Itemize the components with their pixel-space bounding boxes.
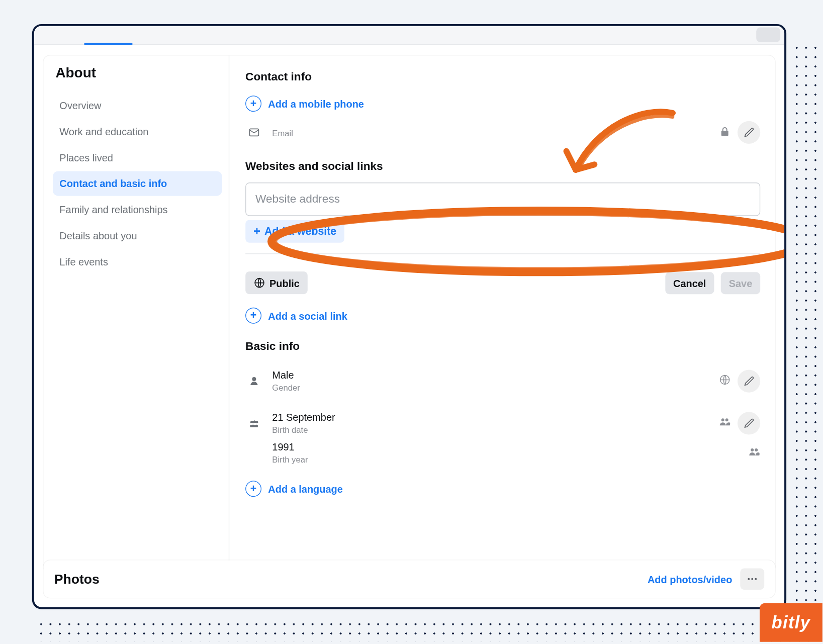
app-window: About Overview Work and education Places… <box>32 24 786 609</box>
birth-date-label: Birth date <box>272 425 709 435</box>
lock-icon <box>719 125 731 139</box>
globe-icon <box>253 277 265 289</box>
gender-value: Male <box>272 369 709 381</box>
svg-point-7 <box>755 578 757 580</box>
plus-icon: + <box>245 481 261 497</box>
birth-year-row: 1991 Birth year <box>245 438 760 477</box>
gender-row: Male Gender <box>245 362 760 405</box>
add-website-button[interactable]: + Add a website <box>245 220 344 243</box>
svg-point-6 <box>751 578 753 580</box>
photos-more-button[interactable] <box>740 569 764 590</box>
collapsed-tab[interactable] <box>756 28 780 42</box>
person-icon <box>245 375 263 387</box>
add-photos-video-link[interactable]: Add photos/video <box>648 573 732 585</box>
email-label: Email <box>272 129 709 139</box>
websites-heading: Websites and social links <box>245 160 760 173</box>
edit-birth-date-button[interactable] <box>738 412 760 434</box>
add-language-label: Add a language <box>268 483 343 495</box>
visibility-button[interactable]: Public <box>245 271 308 294</box>
plus-icon: + <box>245 96 261 112</box>
birth-date-value: 21 September <box>272 411 709 423</box>
ellipsis-icon <box>746 573 758 585</box>
about-panel: About Overview Work and education Places… <box>43 55 775 573</box>
add-mobile-phone-label: Add a mobile phone <box>268 98 364 110</box>
separator <box>245 253 760 254</box>
sidebar-item-details[interactable]: Details about you <box>53 223 222 248</box>
website-address-input[interactable] <box>245 182 760 216</box>
cancel-button[interactable]: Cancel <box>665 272 714 294</box>
save-button: Save <box>721 272 761 294</box>
svg-point-5 <box>748 578 750 580</box>
dot-shadow-right <box>796 47 822 628</box>
friends-icon <box>748 446 760 460</box>
add-social-link[interactable]: + Add a social link <box>245 302 760 336</box>
active-tab-indicator <box>84 43 133 45</box>
sidebar-item-contact-basic-info[interactable]: Contact and basic info <box>53 171 222 196</box>
add-website-label: Add a website <box>264 225 336 237</box>
edit-gender-button[interactable] <box>738 370 760 392</box>
plus-icon: + <box>245 308 261 324</box>
add-language-link[interactable]: + Add a language <box>245 477 760 501</box>
edit-email-button[interactable] <box>738 121 760 144</box>
gender-label: Gender <box>272 383 709 393</box>
bitly-badge: bitly <box>760 603 822 642</box>
birth-date-row: 21 September Birth date <box>245 405 760 439</box>
basic-info-heading: Basic info <box>245 340 760 353</box>
email-row: Email <box>245 114 760 155</box>
sidebar-item-places[interactable]: Places lived <box>53 145 222 170</box>
plus-icon: + <box>253 225 260 237</box>
birth-year-value: 1991 <box>272 441 739 453</box>
sidebar-title: About <box>55 65 224 81</box>
contact-info-heading: Contact info <box>245 70 760 84</box>
email-icon <box>245 126 263 138</box>
globe-icon <box>719 374 731 388</box>
sidebar-item-life-events[interactable]: Life events <box>53 249 222 274</box>
sidebar: About Overview Work and education Places… <box>43 55 229 573</box>
sidebar-item-family[interactable]: Family and relationships <box>53 197 222 222</box>
visibility-label: Public <box>269 277 300 289</box>
birth-year-label: Birth year <box>272 455 739 465</box>
sidebar-item-work-education[interactable]: Work and education <box>53 119 222 144</box>
content-area: Contact info + Add a mobile phone Email <box>229 55 775 573</box>
friends-icon <box>719 416 731 430</box>
tab-strip <box>34 26 784 45</box>
photos-strip: Photos Add photos/video <box>43 561 775 598</box>
cake-icon <box>245 417 263 429</box>
dot-shadow-bottom <box>40 623 816 642</box>
add-social-link-label: Add a social link <box>268 310 347 321</box>
photos-heading: Photos <box>54 571 100 587</box>
website-action-bar: Public Cancel Save <box>245 263 760 302</box>
sidebar-item-overview[interactable]: Overview <box>53 93 222 118</box>
add-mobile-phone-link[interactable]: + Add a mobile phone <box>245 93 760 115</box>
